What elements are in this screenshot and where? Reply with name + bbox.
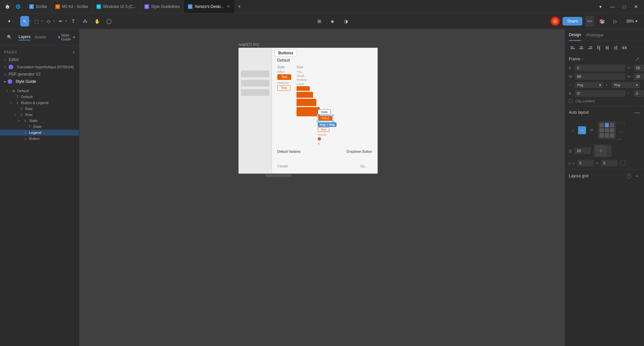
library-btn[interactable]: 📚 — [597, 16, 608, 27]
frame-tool-arrow[interactable]: ▾ — [41, 20, 43, 23]
distribute-btn[interactable] — [620, 44, 628, 52]
layer-button-legend[interactable]: ▾ ≡ Button & Legend — [0, 100, 79, 106]
al-grid-tc[interactable] — [605, 123, 609, 127]
select-tool-arrow[interactable]: ▾ — [29, 20, 31, 23]
layer-default-text[interactable]: ▾ T Default — [0, 94, 79, 100]
browser-tab-m3kit[interactable]: MM3 Kit - Scribe — [51, 0, 92, 13]
components-tool-btn[interactable]: ⁂ — [80, 16, 90, 27]
page-editor[interactable]: ↳ Editor — [0, 56, 79, 63]
filled-btn[interactable]: Test — [277, 74, 291, 80]
corner-input[interactable] — [634, 90, 644, 97]
search-icon[interactable]: 🔍 — [4, 32, 15, 42]
user-avatar[interactable] — [551, 17, 560, 26]
frame-expand-btn[interactable]: ⤢ — [635, 56, 640, 62]
x-input[interactable] — [575, 65, 625, 71]
al-grid-bl[interactable] — [600, 133, 604, 138]
al-grid-bc[interactable] — [605, 133, 609, 138]
al-grid-mr[interactable] — [610, 128, 614, 133]
maximize-btn[interactable]: □ — [619, 1, 629, 12]
pen-tool-arrow[interactable]: ▾ — [65, 20, 67, 23]
auto-layout-header[interactable]: Auto layout — — [565, 107, 644, 117]
handle-tr[interactable] — [332, 114, 334, 116]
align-center-h-btn[interactable] — [577, 44, 585, 52]
medium-btn-demo[interactable] — [296, 99, 316, 106]
tab-dropdown-btn[interactable]: ▾ — [595, 1, 606, 12]
layout-grid-help-btn[interactable]: ? — [626, 173, 631, 179]
pen-tool-btn[interactable]: ✏ — [56, 16, 65, 27]
hug-y-select[interactable]: Hug ▾ — [612, 82, 640, 88]
frame-section-header[interactable]: Frame ▾ ⤢ — [565, 54, 644, 64]
layer-row-2[interactable]: ▾ ⁞⁞ Row — [0, 112, 79, 118]
align-center-v-btn[interactable] — [603, 44, 611, 52]
auto-layout-remove-btn[interactable]: — — [634, 109, 640, 115]
browser-tab-styleguide[interactable]: SStyle Guidelines — [140, 0, 184, 13]
grid-view-btn[interactable]: ⊞ — [314, 16, 325, 27]
selected-filled-btn[interactable]: Filled — [318, 116, 332, 121]
add-tab-btn[interactable]: + — [235, 2, 244, 11]
play-btn[interactable]: ▷ — [610, 16, 621, 27]
al-grid-mc[interactable] — [605, 128, 609, 133]
layer-default-group[interactable]: ▾ ⊞ Default — [0, 88, 79, 94]
text-tool-btn[interactable]: T — [68, 16, 79, 27]
al-dir-down[interactable]: ↓ — [569, 126, 577, 134]
minimize-btn[interactable]: — — [607, 1, 617, 12]
browser-tab-windowsui[interactable]: WWindows UI 3 (C... — [92, 0, 140, 13]
small-btn-demo[interactable] — [296, 92, 313, 98]
layer-button[interactable]: ▾ ◇ Button — [0, 136, 79, 142]
page-pdf-gen[interactable]: ↳ PDF generator V2 — [0, 71, 79, 78]
outlined-state-btn[interactable]: Test — [318, 127, 329, 132]
add-btn[interactable]: + — [318, 142, 329, 146]
align-right-btn[interactable] — [586, 44, 594, 52]
al-corner-btn[interactable] — [620, 160, 625, 166]
y-input[interactable] — [634, 65, 644, 71]
layer-row-1[interactable]: ▾ ⁞⁞ Row — [0, 106, 79, 112]
handle-tl[interactable] — [317, 114, 318, 116]
layer-legend[interactable]: ▾ ⁞⁞ Legend — [0, 130, 79, 136]
al-extra-1[interactable]: ⋮⋮⋮ — [617, 119, 625, 127]
h-input[interactable] — [634, 73, 644, 80]
al-grid-tr[interactable] — [610, 123, 614, 127]
horizontal-scrollbar[interactable] — [265, 174, 292, 177]
rotation-input[interactable] — [575, 90, 625, 97]
pages-add-btn[interactable]: + — [72, 49, 75, 55]
clip-content-checkbox[interactable] — [569, 99, 573, 103]
browser-tab-xenizo[interactable]: XXenizo's Deski...✕ — [184, 0, 235, 13]
assets-tab[interactable]: Assets — [34, 34, 46, 40]
w-input[interactable] — [575, 73, 625, 80]
tiny-btn-demo[interactable] — [296, 86, 310, 91]
code-view-btn[interactable]: </> — [585, 16, 594, 27]
add-grid-btn[interactable]: + — [633, 173, 640, 179]
style-guide-btn[interactable]: Style Guide ▾ — [54, 32, 79, 42]
al-spacing-input[interactable] — [574, 147, 591, 154]
layers-tab[interactable]: Layers — [19, 34, 30, 40]
shape-tool-arrow[interactable]: ▾ — [53, 20, 55, 23]
align-top-btn[interactable] — [595, 44, 603, 52]
comment-tool-btn[interactable]: ◯ — [104, 16, 114, 27]
al-padding-tb-input[interactable] — [601, 160, 617, 166]
outlined-btn[interactable]: Test — [277, 85, 291, 91]
globe-icon[interactable]: 🌐 — [13, 2, 23, 11]
tab-close-xenizo[interactable]: ✕ — [226, 4, 231, 9]
al-padding-input[interactable] — [577, 160, 594, 166]
home-icon[interactable]: 🏠 — [3, 2, 12, 11]
al-more-btn[interactable]: ⋯ — [617, 137, 625, 142]
al-grid-br[interactable] — [610, 133, 614, 138]
al-grid-ml[interactable] — [600, 128, 604, 133]
components-btn[interactable]: ◈ — [327, 16, 338, 27]
select-tool-btn[interactable]: ↖ — [20, 16, 29, 27]
browser-tab-scribe[interactable]: SScribe — [25, 0, 51, 13]
zoom-control[interactable]: 38% ▾ — [623, 18, 640, 25]
frame-tool-btn[interactable]: ⬚ — [32, 16, 41, 27]
prototype-tab[interactable]: Prototype — [586, 29, 603, 41]
al-dir-right[interactable]: → — [578, 126, 586, 134]
al-grid-tl[interactable] — [600, 123, 604, 127]
al-extra-2[interactable]: ··· — [617, 128, 625, 136]
canvas-area[interactable]: height[72.5%] Buttons — [80, 29, 564, 346]
hug-x-select[interactable]: Hug ▾ — [575, 82, 603, 88]
layer-state[interactable]: ▾ ≡ State — [0, 118, 79, 124]
shape-tool-btn[interactable]: ◇ — [44, 16, 53, 27]
page-style-guide[interactable]: ▾ Style Guide — [0, 78, 79, 85]
layer-state-text[interactable]: ▾ T State — [0, 124, 79, 130]
share-button[interactable]: Share — [563, 17, 582, 26]
page-translation[interactable]: ↳ Translation hyperbolique [07/05/24] — [0, 63, 79, 71]
